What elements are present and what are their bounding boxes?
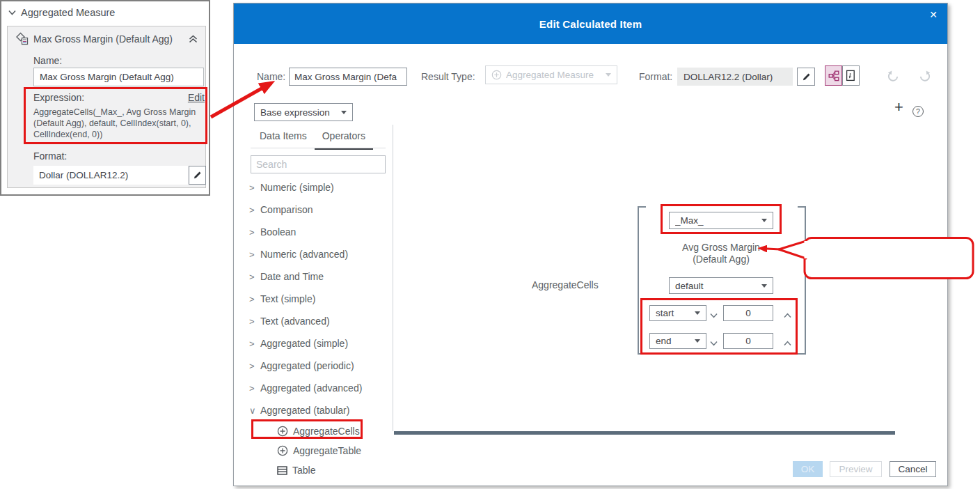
measure-title-row: Max Gross Margin (Default Agg) bbox=[15, 32, 198, 45]
dialog-edit-format-button[interactable] bbox=[797, 68, 815, 86]
tab-data-items[interactable]: Data Items bbox=[252, 130, 315, 150]
add-expression-icon[interactable]: + bbox=[894, 100, 903, 114]
visual-mode-toggle-button[interactable] bbox=[825, 65, 842, 86]
aggregation-dropdown[interactable]: _Max_ bbox=[669, 212, 773, 229]
chevron-down-icon bbox=[8, 10, 16, 15]
operator-tree-item[interactable]: > Comparison bbox=[249, 199, 388, 221]
expression-text: AggregateCells(_Max_, Avg Gross Margin (… bbox=[33, 107, 206, 140]
operator-tree-item[interactable]: Table bbox=[249, 460, 388, 480]
operator-tree-item[interactable]: > Aggregated (advanced) bbox=[249, 377, 388, 399]
calculated-aggregated-measure-icon bbox=[15, 32, 29, 45]
aggregated-measure-section-header[interactable]: Aggregated Measure bbox=[8, 7, 115, 18]
tree-twisty-icon: > bbox=[249, 294, 260, 304]
tab-operators[interactable]: Operators bbox=[315, 130, 373, 150]
operator-label: AggregateTable bbox=[293, 445, 361, 456]
operator-tree-item[interactable]: > Aggregated (periodic) bbox=[249, 355, 388, 377]
expression-label: Expression: bbox=[33, 92, 84, 103]
hierarchy-view-icon bbox=[828, 70, 839, 82]
aggregation-value: _Max_ bbox=[675, 215, 757, 226]
format-value: Dollar (DOLLAR12.2) bbox=[33, 166, 188, 185]
chevron-down-icon bbox=[695, 339, 700, 343]
panel-tabs: Data Items Operators bbox=[252, 130, 373, 150]
operator-tree-item[interactable]: > Date and Time bbox=[249, 265, 388, 288]
end-collapse-icon[interactable] bbox=[710, 336, 718, 349]
undo-icon[interactable] bbox=[886, 69, 901, 84]
expression-scope-value: Base expression bbox=[260, 107, 337, 118]
section-title: Aggregated Measure bbox=[21, 7, 115, 18]
dialog-title: Edit Calculated Item bbox=[234, 3, 947, 44]
operator-label: Aggregated (periodic) bbox=[260, 360, 354, 371]
expression-edit-link[interactable]: Edit bbox=[182, 92, 205, 103]
operator-tree-item[interactable]: AggregateTable bbox=[249, 441, 388, 460]
format-label: Format: bbox=[33, 150, 67, 162]
aggregated-operator-icon bbox=[277, 445, 288, 456]
pencil-icon bbox=[193, 171, 202, 180]
help-icon[interactable]: ? bbox=[912, 106, 924, 117]
panel-divider bbox=[393, 125, 393, 431]
ok-button[interactable]: OK bbox=[793, 461, 823, 477]
close-icon[interactable]: ✕ bbox=[926, 8, 940, 22]
operator-label: Boolean bbox=[260, 226, 296, 238]
end-value-input[interactable] bbox=[723, 333, 773, 349]
operator-label: Comparison bbox=[260, 204, 313, 215]
operator-tree-item[interactable]: > Boolean bbox=[249, 221, 388, 243]
start-param-dropdown[interactable]: start bbox=[649, 305, 706, 321]
start-expand-icon[interactable] bbox=[784, 309, 791, 321]
text-mode-toggle-button[interactable] bbox=[842, 65, 860, 86]
measure-name-input[interactable] bbox=[33, 68, 204, 86]
tree-twisty-icon: > bbox=[249, 272, 260, 282]
start-value-input[interactable] bbox=[723, 305, 773, 321]
context-dropdown[interactable]: default bbox=[669, 277, 773, 294]
preview-button[interactable]: Preview bbox=[830, 461, 882, 477]
cancel-button[interactable]: Cancel bbox=[890, 461, 936, 477]
start-collapse-icon[interactable] bbox=[710, 309, 718, 321]
horizontal-scrollbar[interactable] bbox=[394, 431, 895, 435]
argument-line2: (Default Agg) bbox=[662, 254, 780, 265]
operator-tree-item[interactable]: > Text (advanced) bbox=[249, 310, 388, 332]
name-label: Name: bbox=[33, 55, 62, 66]
tree-twisty-icon: ∨ bbox=[249, 405, 260, 416]
edit-calculated-item-dialog: Edit Calculated Item ✕ Name: Result Type… bbox=[233, 3, 948, 486]
tabs-divider bbox=[251, 148, 386, 148]
tree-twisty-icon: > bbox=[249, 227, 260, 238]
search-input[interactable] bbox=[251, 159, 387, 170]
operators-tree: > Numeric (simple) > Comparison bbox=[249, 176, 388, 480]
operator-label: Numeric (advanced) bbox=[260, 249, 348, 260]
argument-data-item[interactable]: Avg Gross Margin (Default Agg) bbox=[662, 242, 780, 265]
operator-tree-item[interactable]: > Numeric (advanced) bbox=[249, 243, 388, 265]
chevron-down-icon bbox=[606, 73, 611, 77]
aggregated-operator-icon bbox=[277, 426, 288, 437]
edit-format-button[interactable] bbox=[189, 166, 206, 185]
operator-tree-item[interactable]: ∨ Aggregated (tabular) bbox=[249, 399, 388, 421]
redo-icon[interactable] bbox=[918, 69, 933, 84]
tree-twisty-icon: > bbox=[249, 183, 260, 193]
dialog-name-label: Name: bbox=[257, 71, 285, 82]
chevron-down-icon bbox=[695, 311, 700, 315]
operator-label: Aggregated (tabular) bbox=[260, 405, 349, 416]
operator-label: Aggregated (advanced) bbox=[260, 382, 362, 394]
argument-line1: Avg Gross Margin bbox=[662, 242, 780, 254]
end-param-value: end bbox=[656, 336, 690, 346]
dialog-format-value: DOLLAR12.2 (Dollar) bbox=[677, 68, 793, 86]
tree-twisty-icon: > bbox=[249, 383, 260, 394]
operator-tree-item[interactable]: AggregateCells bbox=[249, 421, 388, 441]
measure-title: Max Gross Margin (Default Agg) bbox=[33, 33, 184, 45]
start-param-value: start bbox=[656, 308, 690, 318]
end-expand-icon[interactable] bbox=[784, 336, 791, 349]
open-bracket bbox=[638, 206, 646, 355]
tree-twisty-icon: > bbox=[249, 249, 260, 260]
end-param-dropdown[interactable]: end bbox=[649, 333, 706, 349]
operator-tree-item[interactable]: > Aggregated (simple) bbox=[249, 332, 388, 355]
operator-tree-item[interactable]: > Text (simple) bbox=[249, 288, 388, 310]
result-type-label: Result Type: bbox=[421, 71, 475, 82]
dialog-name-input[interactable] bbox=[289, 68, 407, 86]
tree-twisty-icon: > bbox=[249, 316, 260, 327]
dialog-format-label: Format: bbox=[639, 71, 672, 82]
operator-tree-item[interactable]: > Numeric (simple) bbox=[249, 176, 388, 199]
expression-scope-dropdown[interactable]: Base expression bbox=[254, 103, 353, 121]
aggregated-measure-icon bbox=[491, 70, 502, 80]
operator-label: Text (simple) bbox=[260, 293, 315, 304]
function-name: AggregateCells bbox=[532, 279, 603, 290]
collapse-double-chevron-up-icon[interactable] bbox=[189, 35, 198, 43]
code-text-view-icon bbox=[846, 70, 856, 82]
